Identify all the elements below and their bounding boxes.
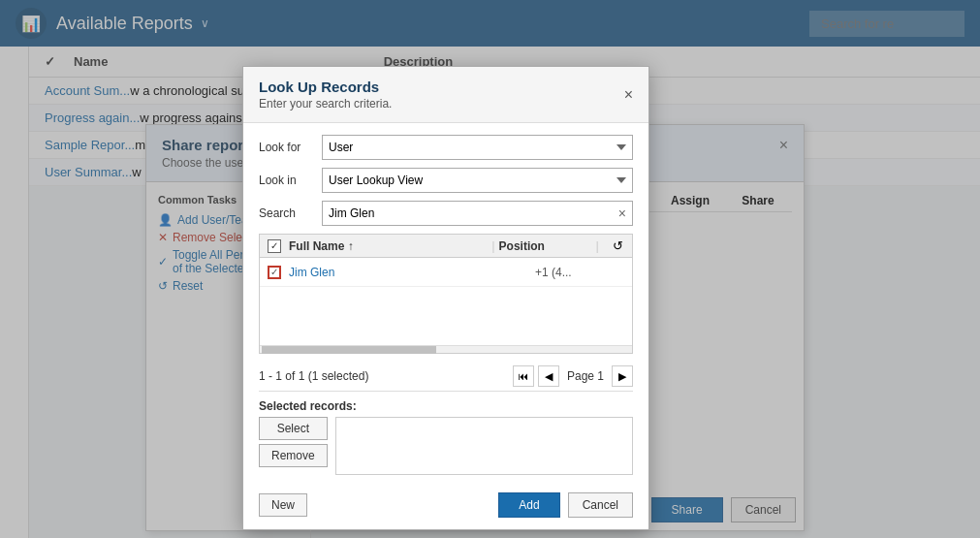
new-button[interactable]: New	[259, 493, 307, 517]
lookup-dialog: Look Up Records Enter your search criter…	[242, 66, 649, 530]
search-input[interactable]	[323, 202, 613, 225]
search-label: Search	[259, 206, 322, 220]
look-in-label: Look in	[259, 174, 322, 187]
select-button[interactable]: Select	[259, 417, 328, 440]
pagination-info: 1 - 1 of 1 (1 selected)	[259, 369, 368, 383]
add-button[interactable]: Add	[498, 492, 559, 518]
results-header: ✓ Full Name ↑ | Position | ↺	[260, 235, 632, 258]
dialog-close-button[interactable]: ×	[624, 87, 633, 103]
pagination: 1 - 1 of 1 (1 selected) ⏮ ◀ Page 1 ▶	[259, 362, 633, 392]
search-input-wrap: ×	[322, 201, 633, 226]
refresh-icon[interactable]: ↺	[603, 238, 632, 253]
dialog-body: Look for User Look in User Lookup View S…	[243, 123, 648, 529]
look-for-row: Look for User	[259, 135, 633, 160]
pagination-nav: ⏮ ◀ Page 1 ▶	[513, 365, 633, 387]
first-page-button[interactable]: ⏮	[513, 365, 534, 387]
next-page-button[interactable]: ▶	[612, 365, 633, 387]
horizontal-scrollbar[interactable]	[260, 345, 632, 353]
header-checkbox[interactable]: ✓	[268, 239, 281, 253]
search-clear-button[interactable]: ×	[613, 206, 632, 221]
results-table: ✓ Full Name ↑ | Position | ↺ ✓ Jim Glen …	[259, 234, 633, 354]
dialog-subtitle: Enter your search criteria.	[259, 97, 392, 111]
dialog-title: Look Up Records	[259, 79, 392, 95]
result-phone: +1 (4...	[535, 266, 632, 279]
result-row: ✓ Jim Glen +1 (4...	[260, 258, 632, 287]
look-for-select[interactable]: User	[322, 135, 633, 160]
row-checkbox-wrap: ✓	[260, 266, 289, 279]
look-for-label: Look for	[259, 141, 322, 154]
cancel-button[interactable]: Cancel	[568, 492, 633, 518]
empty-results-area	[260, 287, 632, 345]
selected-records-label: Selected records:	[259, 399, 633, 413]
header-checkbox-wrap: ✓	[260, 239, 289, 253]
row-checkbox[interactable]: ✓	[268, 266, 281, 279]
full-name-header[interactable]: Full Name ↑	[289, 239, 491, 253]
scrollbar-thumb[interactable]	[262, 346, 436, 354]
look-in-row: Look in User Lookup View	[259, 168, 633, 193]
prev-page-button[interactable]: ◀	[538, 365, 559, 387]
dialog-header: Look Up Records Enter your search criter…	[243, 67, 648, 123]
selected-records-box	[335, 417, 633, 475]
look-in-select[interactable]: User Lookup View	[322, 168, 633, 193]
page-label: Page 1	[567, 369, 604, 383]
result-name[interactable]: Jim Glen	[289, 266, 535, 279]
search-row: Search ×	[259, 201, 633, 226]
dialog-bottom-actions: New Add Cancel	[259, 492, 633, 518]
position-header[interactable]: Position	[499, 239, 596, 253]
selected-actions: Select Remove	[259, 417, 328, 485]
remove-button[interactable]: Remove	[259, 444, 328, 467]
